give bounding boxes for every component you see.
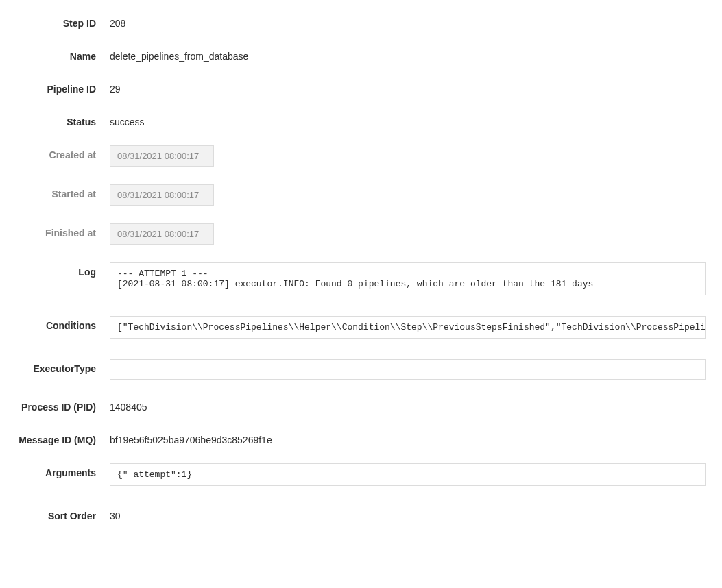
label-status: Status [0,112,110,127]
row-created-at: Created at [0,145,722,167]
row-sort-order: Sort Order 30 [0,506,722,522]
row-process-id: Process ID (PID) 1408405 [0,397,722,413]
label-process-id: Process ID (PID) [0,397,110,413]
row-executor-type: ExecutorType [0,359,722,380]
value-sort-order: 30 [110,506,722,522]
row-conditions: Conditions ["TechDivision\\ProcessPipeli… [0,316,722,339]
input-finished-at[interactable] [110,223,214,245]
row-log: Log --- ATTEMPT 1 --- [2021-08-31 08:00:… [0,262,722,295]
value-step-id: 208 [110,14,722,29]
row-arguments: Arguments {"_attempt":1} [0,463,722,486]
row-message-id: Message ID (MQ) bf19e56f5025ba9706be9d3c… [0,430,722,445]
log-box[interactable]: --- ATTEMPT 1 --- [2021-08-31 08:00:17] … [110,262,706,295]
value-status: success [110,112,722,127]
row-name: Name delete_pipelines_from_database [0,47,722,62]
label-pipeline-id: Pipeline ID [0,79,110,95]
value-message-id: bf19e56f5025ba9706be9d3c85269f1e [110,430,722,445]
label-sort-order: Sort Order [0,506,110,522]
conditions-box[interactable]: ["TechDivision\\ProcessPipelines\\Helper… [110,316,706,339]
value-process-id: 1408405 [110,397,722,413]
row-started-at: Started at [0,184,722,206]
row-step-id: Step ID 208 [0,14,722,29]
row-status: Status success [0,112,722,127]
label-started-at: Started at [0,184,110,199]
label-message-id: Message ID (MQ) [0,430,110,445]
input-started-at[interactable] [110,184,214,206]
step-detail-panel: Step ID 208 Name delete_pipelines_from_d… [0,0,722,567]
value-pipeline-id: 29 [110,79,722,95]
value-name: delete_pipelines_from_database [110,47,722,62]
label-conditions: Conditions [0,316,110,331]
label-created-at: Created at [0,145,110,160]
label-executor-type: ExecutorType [0,359,110,374]
label-arguments: Arguments [0,463,110,478]
label-log: Log [0,262,110,278]
label-step-id: Step ID [0,14,110,29]
executor-type-box[interactable] [110,359,706,380]
label-finished-at: Finished at [0,223,110,238]
input-created-at[interactable] [110,145,214,167]
row-pipeline-id: Pipeline ID 29 [0,79,722,95]
row-finished-at: Finished at [0,223,722,245]
arguments-box[interactable]: {"_attempt":1} [110,463,706,486]
label-name: Name [0,47,110,62]
